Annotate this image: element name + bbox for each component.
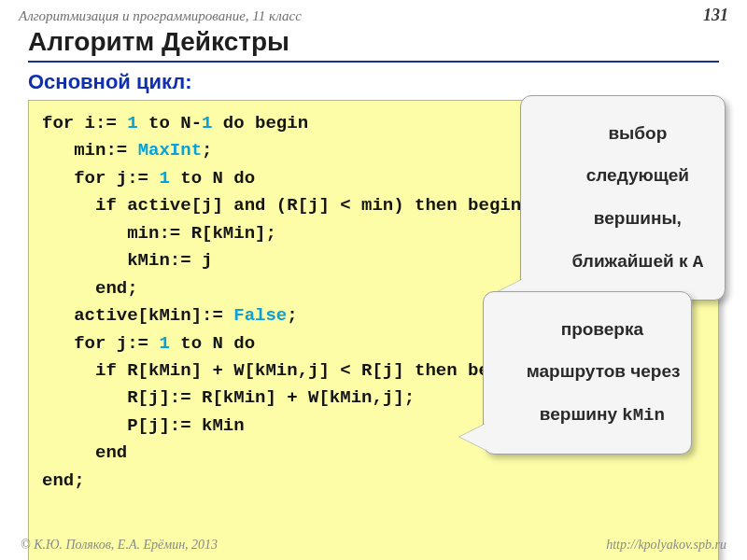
code-text: if R[kMin] + W[kMin,j] < R[j] then begin xyxy=(42,360,521,381)
callout-text: вершину xyxy=(540,404,622,424)
code-text: kMin:= j xyxy=(42,250,212,271)
callout-text: вершины, xyxy=(594,208,682,228)
code-ident: MaxInt xyxy=(138,140,202,161)
code-literal: 1 xyxy=(159,168,169,189)
code-text: end; xyxy=(42,278,138,299)
footer-url: http://kpolyakov.spb.ru xyxy=(606,538,726,553)
code-literal: 1 xyxy=(127,113,137,133)
code-text: do begin xyxy=(212,113,308,133)
slide-title: Алгоритм Дейкстры xyxy=(28,27,719,63)
code-text: ; xyxy=(287,305,297,326)
code-text: to N do xyxy=(170,333,255,354)
code-text: active[kMin]:= xyxy=(42,305,233,326)
code-text: for j:= xyxy=(42,333,159,354)
course-label: Алгоритмизация и программирование, 11 кл… xyxy=(19,8,302,24)
slide-subtitle: Основной цикл: xyxy=(28,70,747,94)
callout-vertex-selection: выбор следующей вершины, ближайшей к A xyxy=(520,95,726,301)
callout-ident: A xyxy=(693,252,703,273)
callout-text: проверка xyxy=(561,319,643,339)
code-text: to N do xyxy=(170,168,255,189)
code-literal: 1 xyxy=(159,333,169,354)
code-ident: False xyxy=(233,305,287,326)
code-text: end; xyxy=(42,470,85,491)
code-text: min:= xyxy=(42,140,138,161)
code-block: for i:= 1 to N-1 do begin min:= MaxInt; … xyxy=(28,100,719,560)
callout-text: выбор xyxy=(608,123,667,143)
code-text: to N- xyxy=(138,113,202,133)
callout-text: следующей xyxy=(586,165,689,185)
code-text: R[j]:= R[kMin] + W[kMin,j]; xyxy=(42,387,415,408)
callout-route-check: проверка маршрутов через вершину kMin xyxy=(483,291,692,455)
code-text: P[j]:= kMin xyxy=(42,415,245,436)
page-number: 131 xyxy=(703,6,728,25)
callout-text: маршрутов через xyxy=(527,361,681,381)
code-text: for i:= xyxy=(42,113,127,133)
code-text: if active[j] and (R[j] < min) then begin xyxy=(42,195,521,216)
callout-text: ближайшей к xyxy=(572,251,693,271)
code-literal: 1 xyxy=(202,113,212,133)
code-text: end xyxy=(42,442,127,463)
footer-copyright: © К.Ю. Поляков, Е.А. Ерёмин, 2013 xyxy=(21,538,218,553)
code-text: for j:= xyxy=(42,168,159,189)
code-text: ; xyxy=(202,140,212,161)
callout-ident: kMin xyxy=(622,405,665,426)
code-text: min:= R[kMin]; xyxy=(42,223,276,244)
